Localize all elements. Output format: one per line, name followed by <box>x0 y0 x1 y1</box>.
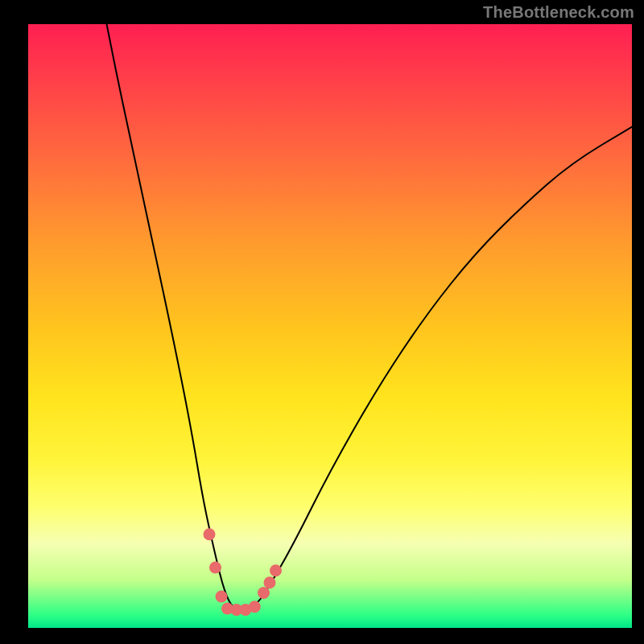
chart-frame: TheBottleneck.com <box>0 0 644 644</box>
curve-marker <box>216 591 228 603</box>
curve-svg <box>28 24 632 628</box>
curve-marker <box>264 576 276 588</box>
curve-marker <box>209 562 221 574</box>
plot-area <box>28 24 632 628</box>
curve-marker <box>204 528 216 540</box>
curve-marker <box>258 587 270 599</box>
curve-markers <box>204 528 283 616</box>
curve-marker <box>270 564 282 576</box>
bottleneck-curve <box>107 24 633 610</box>
watermark-text: TheBottleneck.com <box>483 3 634 22</box>
curve-marker <box>249 601 261 613</box>
